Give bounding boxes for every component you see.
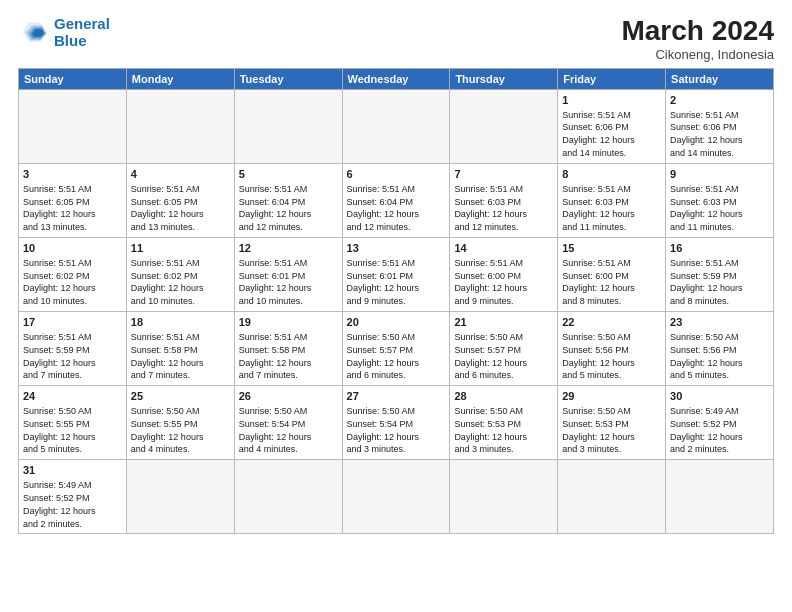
calendar-table: SundayMondayTuesdayWednesdayThursdayFrid…	[18, 68, 774, 535]
calendar-week-5: 31Sunrise: 5:49 AMSunset: 5:52 PMDayligh…	[19, 460, 774, 534]
day-info: Sunrise: 5:50 AMSunset: 5:54 PMDaylight:…	[239, 406, 312, 454]
day-number: 19	[239, 315, 338, 330]
day-info: Sunrise: 5:51 AMSunset: 6:05 PMDaylight:…	[23, 184, 96, 232]
day-info: Sunrise: 5:51 AMSunset: 5:58 PMDaylight:…	[239, 332, 312, 380]
day-number: 15	[562, 241, 661, 256]
day-info: Sunrise: 5:51 AMSunset: 5:59 PMDaylight:…	[670, 258, 743, 306]
day-number: 22	[562, 315, 661, 330]
logo-text: General Blue	[54, 16, 110, 49]
calendar-cell-2-6: 16Sunrise: 5:51 AMSunset: 5:59 PMDayligh…	[666, 237, 774, 311]
day-number: 7	[454, 167, 553, 182]
day-number: 14	[454, 241, 553, 256]
calendar-cell-1-6: 9Sunrise: 5:51 AMSunset: 6:03 PMDaylight…	[666, 163, 774, 237]
calendar-cell-5-6	[666, 460, 774, 534]
day-number: 11	[131, 241, 230, 256]
day-number: 29	[562, 389, 661, 404]
calendar-cell-3-4: 21Sunrise: 5:50 AMSunset: 5:57 PMDayligh…	[450, 312, 558, 386]
day-info: Sunrise: 5:51 AMSunset: 6:00 PMDaylight:…	[454, 258, 527, 306]
calendar-cell-0-0	[19, 89, 127, 163]
day-number: 10	[23, 241, 122, 256]
calendar-week-3: 17Sunrise: 5:51 AMSunset: 5:59 PMDayligh…	[19, 312, 774, 386]
day-info: Sunrise: 5:51 AMSunset: 6:02 PMDaylight:…	[131, 258, 204, 306]
calendar-cell-4-2: 26Sunrise: 5:50 AMSunset: 5:54 PMDayligh…	[234, 386, 342, 460]
day-number: 13	[347, 241, 446, 256]
calendar-cell-1-5: 8Sunrise: 5:51 AMSunset: 6:03 PMDaylight…	[558, 163, 666, 237]
day-number: 25	[131, 389, 230, 404]
calendar-cell-0-1	[126, 89, 234, 163]
day-info: Sunrise: 5:51 AMSunset: 6:02 PMDaylight:…	[23, 258, 96, 306]
day-info: Sunrise: 5:50 AMSunset: 5:56 PMDaylight:…	[562, 332, 635, 380]
calendar-cell-0-6: 2Sunrise: 5:51 AMSunset: 6:06 PMDaylight…	[666, 89, 774, 163]
day-number: 18	[131, 315, 230, 330]
day-info: Sunrise: 5:49 AMSunset: 5:52 PMDaylight:…	[670, 406, 743, 454]
day-number: 9	[670, 167, 769, 182]
day-info: Sunrise: 5:51 AMSunset: 6:04 PMDaylight:…	[347, 184, 420, 232]
day-number: 24	[23, 389, 122, 404]
day-info: Sunrise: 5:51 AMSunset: 6:03 PMDaylight:…	[562, 184, 635, 232]
weekday-monday: Monday	[126, 68, 234, 89]
calendar-cell-3-1: 18Sunrise: 5:51 AMSunset: 5:58 PMDayligh…	[126, 312, 234, 386]
calendar-cell-4-3: 27Sunrise: 5:50 AMSunset: 5:54 PMDayligh…	[342, 386, 450, 460]
day-number: 27	[347, 389, 446, 404]
day-number: 4	[131, 167, 230, 182]
logo-general: General	[54, 15, 110, 32]
calendar-week-0: 1Sunrise: 5:51 AMSunset: 6:06 PMDaylight…	[19, 89, 774, 163]
title-block: March 2024 Cikoneng, Indonesia	[621, 16, 774, 62]
calendar-cell-1-1: 4Sunrise: 5:51 AMSunset: 6:05 PMDaylight…	[126, 163, 234, 237]
calendar-cell-3-3: 20Sunrise: 5:50 AMSunset: 5:57 PMDayligh…	[342, 312, 450, 386]
day-number: 5	[239, 167, 338, 182]
calendar-cell-2-5: 15Sunrise: 5:51 AMSunset: 6:00 PMDayligh…	[558, 237, 666, 311]
calendar-cell-5-0: 31Sunrise: 5:49 AMSunset: 5:52 PMDayligh…	[19, 460, 127, 534]
day-number: 30	[670, 389, 769, 404]
day-info: Sunrise: 5:50 AMSunset: 5:53 PMDaylight:…	[562, 406, 635, 454]
calendar-cell-5-1	[126, 460, 234, 534]
day-number: 28	[454, 389, 553, 404]
day-info: Sunrise: 5:51 AMSunset: 5:58 PMDaylight:…	[131, 332, 204, 380]
month-title: March 2024	[621, 16, 774, 47]
day-info: Sunrise: 5:50 AMSunset: 5:56 PMDaylight:…	[670, 332, 743, 380]
day-info: Sunrise: 5:51 AMSunset: 6:06 PMDaylight:…	[562, 110, 635, 158]
calendar-cell-2-2: 12Sunrise: 5:51 AMSunset: 6:01 PMDayligh…	[234, 237, 342, 311]
day-info: Sunrise: 5:50 AMSunset: 5:55 PMDaylight:…	[131, 406, 204, 454]
day-info: Sunrise: 5:50 AMSunset: 5:55 PMDaylight:…	[23, 406, 96, 454]
calendar-cell-4-1: 25Sunrise: 5:50 AMSunset: 5:55 PMDayligh…	[126, 386, 234, 460]
day-number: 3	[23, 167, 122, 182]
day-number: 20	[347, 315, 446, 330]
calendar-cell-5-5	[558, 460, 666, 534]
calendar-cell-4-6: 30Sunrise: 5:49 AMSunset: 5:52 PMDayligh…	[666, 386, 774, 460]
day-number: 26	[239, 389, 338, 404]
calendar-cell-2-4: 14Sunrise: 5:51 AMSunset: 6:00 PMDayligh…	[450, 237, 558, 311]
day-info: Sunrise: 5:51 AMSunset: 5:59 PMDaylight:…	[23, 332, 96, 380]
day-number: 23	[670, 315, 769, 330]
day-info: Sunrise: 5:51 AMSunset: 6:06 PMDaylight:…	[670, 110, 743, 158]
day-number: 12	[239, 241, 338, 256]
calendar-cell-0-3	[342, 89, 450, 163]
weekday-sunday: Sunday	[19, 68, 127, 89]
weekday-wednesday: Wednesday	[342, 68, 450, 89]
day-number: 16	[670, 241, 769, 256]
weekday-friday: Friday	[558, 68, 666, 89]
calendar-cell-0-2	[234, 89, 342, 163]
logo-blue: Blue	[54, 32, 87, 49]
calendar-cell-2-0: 10Sunrise: 5:51 AMSunset: 6:02 PMDayligh…	[19, 237, 127, 311]
calendar-cell-5-2	[234, 460, 342, 534]
weekday-tuesday: Tuesday	[234, 68, 342, 89]
calendar-cell-4-4: 28Sunrise: 5:50 AMSunset: 5:53 PMDayligh…	[450, 386, 558, 460]
header: General Blue March 2024 Cikoneng, Indone…	[18, 16, 774, 62]
calendar-cell-1-0: 3Sunrise: 5:51 AMSunset: 6:05 PMDaylight…	[19, 163, 127, 237]
day-info: Sunrise: 5:51 AMSunset: 6:00 PMDaylight:…	[562, 258, 635, 306]
day-number: 1	[562, 93, 661, 108]
day-info: Sunrise: 5:51 AMSunset: 6:01 PMDaylight:…	[239, 258, 312, 306]
day-number: 2	[670, 93, 769, 108]
day-info: Sunrise: 5:50 AMSunset: 5:57 PMDaylight:…	[347, 332, 420, 380]
calendar-cell-3-2: 19Sunrise: 5:51 AMSunset: 5:58 PMDayligh…	[234, 312, 342, 386]
calendar-cell-5-3	[342, 460, 450, 534]
calendar-cell-2-3: 13Sunrise: 5:51 AMSunset: 6:01 PMDayligh…	[342, 237, 450, 311]
calendar-cell-0-5: 1Sunrise: 5:51 AMSunset: 6:06 PMDaylight…	[558, 89, 666, 163]
day-info: Sunrise: 5:50 AMSunset: 5:53 PMDaylight:…	[454, 406, 527, 454]
calendar-cell-3-6: 23Sunrise: 5:50 AMSunset: 5:56 PMDayligh…	[666, 312, 774, 386]
calendar-cell-1-2: 5Sunrise: 5:51 AMSunset: 6:04 PMDaylight…	[234, 163, 342, 237]
calendar-cell-4-5: 29Sunrise: 5:50 AMSunset: 5:53 PMDayligh…	[558, 386, 666, 460]
day-info: Sunrise: 5:51 AMSunset: 6:01 PMDaylight:…	[347, 258, 420, 306]
calendar-week-4: 24Sunrise: 5:50 AMSunset: 5:55 PMDayligh…	[19, 386, 774, 460]
